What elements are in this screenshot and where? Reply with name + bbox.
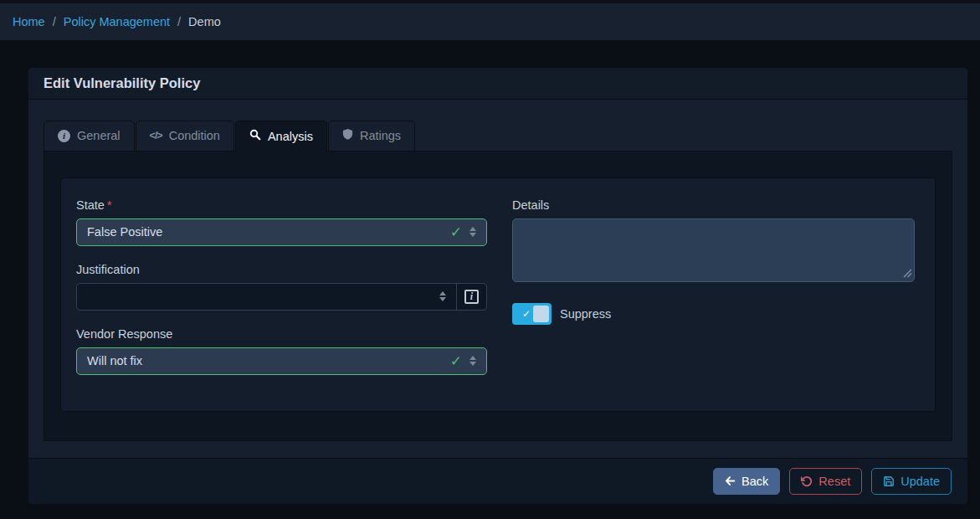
analysis-form-panel: State* False Positive ✓ Justification	[60, 177, 936, 412]
page-title: Edit Vulnerability Policy	[28, 68, 967, 100]
search-icon	[249, 129, 261, 143]
justification-field-group: Justification i	[76, 263, 487, 311]
tab-label: General	[77, 129, 121, 142]
card-footer: Back Reset Update	[28, 458, 967, 504]
select-caret-icon	[439, 291, 446, 301]
arrow-left-icon	[725, 475, 736, 486]
tab-condition[interactable]: </> Condition	[136, 121, 234, 152]
suppress-toggle[interactable]: ✓	[512, 303, 552, 325]
breadcrumb: Home / Policy Management / Demo	[0, 0, 980, 40]
card-body: i General </> Condition Analysis Ratings	[28, 100, 967, 458]
reset-button[interactable]: Reset	[789, 468, 862, 495]
analysis-tab-pane: State* False Positive ✓ Justification	[44, 151, 952, 441]
breadcrumb-link-policy-management[interactable]: Policy Management	[64, 15, 170, 28]
details-label: Details	[512, 198, 915, 212]
breadcrumb-link-home[interactable]: Home	[13, 15, 45, 28]
vendor-response-select[interactable]: Will not fix ✓	[76, 347, 487, 375]
save-icon	[883, 475, 895, 487]
select-caret-icon	[469, 356, 476, 366]
vendor-response-select-value: Will not fix	[87, 354, 142, 367]
back-button[interactable]: Back	[713, 468, 780, 495]
tab-general[interactable]: i General	[44, 121, 135, 152]
required-asterisk: *	[107, 198, 112, 212]
state-select[interactable]: False Positive ✓	[76, 218, 487, 246]
form-column-right: Details ✓ Suppress	[512, 198, 915, 411]
undo-icon	[801, 475, 813, 487]
state-field-group: State* False Positive ✓	[76, 198, 487, 246]
breadcrumb-separator: /	[177, 15, 181, 28]
code-icon: </>	[150, 130, 162, 141]
tab-label: Analysis	[268, 130, 313, 143]
vendor-response-field-group: Vendor Response Will not fix ✓	[76, 327, 487, 375]
tab-bar: i General </> Condition Analysis Ratings	[44, 121, 952, 152]
valid-check-icon: ✓	[450, 354, 462, 368]
form-column-left: State* False Positive ✓ Justification	[76, 198, 487, 411]
suppress-row: ✓ Suppress	[512, 303, 915, 325]
breadcrumb-current: Demo	[188, 15, 221, 28]
justification-info-button[interactable]: i	[456, 283, 487, 311]
tab-analysis[interactable]: Analysis	[235, 121, 327, 152]
breadcrumb-separator: /	[53, 15, 56, 28]
select-caret-icon	[469, 227, 476, 237]
tab-label: Ratings	[360, 129, 401, 142]
update-button[interactable]: Update	[871, 468, 952, 495]
valid-check-icon: ✓	[450, 225, 462, 239]
tab-ratings[interactable]: Ratings	[328, 121, 415, 152]
check-icon: ✓	[522, 308, 531, 320]
shield-icon	[342, 128, 353, 143]
vendor-response-label: Vendor Response	[76, 327, 487, 341]
toggle-knob	[533, 306, 549, 322]
state-label: State*	[76, 198, 487, 212]
details-field-group: Details	[512, 198, 915, 285]
details-textarea[interactable]	[512, 218, 915, 282]
tab-label: Condition	[169, 129, 220, 142]
suppress-label: Suppress	[560, 307, 611, 321]
info-square-icon: i	[464, 290, 479, 304]
justification-label: Justification	[76, 263, 487, 276]
info-circle-icon: i	[58, 130, 70, 142]
justification-select[interactable]	[76, 283, 457, 311]
state-select-value: False Positive	[87, 225, 162, 239]
edit-policy-card: Edit Vulnerability Policy i General </> …	[28, 67, 968, 505]
